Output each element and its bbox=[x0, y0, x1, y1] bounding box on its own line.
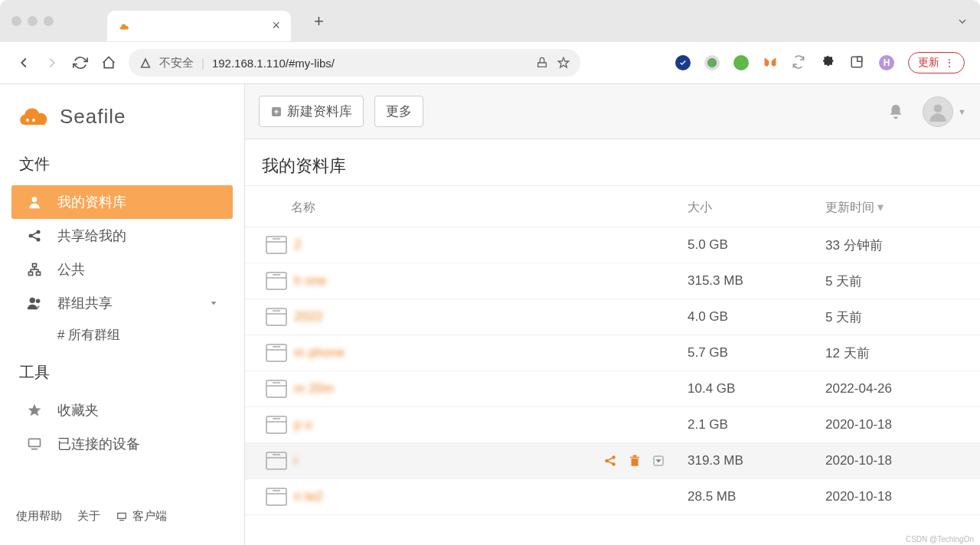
library-name[interactable]: m phone bbox=[294, 345, 688, 361]
library-time: 5 天前 bbox=[825, 272, 963, 290]
sort-desc-icon: ▾ bbox=[877, 201, 884, 214]
home-icon[interactable] bbox=[100, 54, 117, 71]
table-row[interactable]: h one315.3 MB5 天前 bbox=[245, 263, 980, 299]
new-tab-icon[interactable]: + bbox=[314, 11, 324, 31]
svg-rect-24 bbox=[118, 513, 126, 518]
profile-avatar-icon[interactable]: H bbox=[879, 55, 894, 70]
column-name-header[interactable]: 名称 bbox=[291, 200, 688, 216]
library-name[interactable]: i bbox=[294, 453, 603, 468]
library-icon bbox=[262, 451, 291, 471]
reload-icon[interactable] bbox=[72, 54, 89, 71]
library-time: 33 分钟前 bbox=[825, 237, 963, 254]
section-tools-header: 工具 bbox=[19, 362, 225, 383]
library-size: 10.4 GB bbox=[688, 381, 825, 397]
sidebar-item-shared[interactable]: 共享给我的 bbox=[11, 219, 233, 253]
sidebar-item-favorites[interactable]: 收藏夹 bbox=[11, 393, 233, 427]
library-name[interactable]: p o bbox=[294, 417, 688, 432]
table-row[interactable]: i319.3 MB2020-10-18 bbox=[245, 443, 980, 479]
table-row[interactable]: 25.0 GB33 分钟前 bbox=[245, 227, 980, 263]
sidebar-item-label: 已连接的设备 bbox=[57, 435, 140, 453]
column-size-header[interactable]: 大小 bbox=[688, 200, 825, 216]
svg-line-55 bbox=[608, 462, 612, 464]
library-time: 2020-10-18 bbox=[825, 453, 963, 468]
url-text: 192.168.1.110/#my-libs/ bbox=[212, 57, 335, 70]
delete-action-icon[interactable] bbox=[628, 454, 642, 468]
update-button[interactable]: 更新⋮ bbox=[908, 52, 965, 73]
column-time-header[interactable]: 更新时间 ▾ bbox=[825, 200, 963, 216]
library-size: 4.0 GB bbox=[688, 309, 825, 325]
table-row[interactable]: m 20m10.4 GB2022-04-26 bbox=[245, 371, 980, 407]
sync-icon[interactable] bbox=[792, 55, 807, 70]
library-time: 2020-10-18 bbox=[825, 417, 963, 432]
browser-tab[interactable]: × bbox=[107, 11, 291, 41]
share-icon[interactable] bbox=[536, 57, 548, 69]
library-name[interactable]: n te2 bbox=[294, 489, 688, 504]
logo[interactable]: Seafile bbox=[15, 102, 229, 131]
menu-dots-icon: ⋮ bbox=[944, 57, 955, 69]
row-actions bbox=[603, 454, 665, 468]
sidebar-item-devices[interactable]: 已连接的设备 bbox=[11, 427, 233, 461]
back-icon[interactable] bbox=[15, 54, 32, 71]
svg-point-19 bbox=[36, 299, 41, 304]
library-time: 12 天前 bbox=[825, 344, 963, 362]
library-name[interactable]: 2 bbox=[294, 237, 688, 253]
new-library-button[interactable]: 新建资料库 bbox=[259, 96, 364, 127]
sidebar-item-my-libs[interactable]: 我的资料库 bbox=[11, 185, 233, 219]
metamask-icon[interactable] bbox=[763, 55, 778, 70]
forward-icon[interactable] bbox=[44, 54, 60, 71]
svg-marker-20 bbox=[211, 302, 217, 305]
page-title: 我的资料库 bbox=[245, 139, 980, 186]
sidebar-item-group-share[interactable]: 群组共享 bbox=[11, 286, 233, 320]
sidebar-item-public[interactable]: 公共 bbox=[11, 253, 233, 286]
star-solid-icon bbox=[25, 403, 44, 418]
notifications-icon[interactable] bbox=[887, 103, 904, 120]
svg-line-9 bbox=[32, 233, 38, 235]
close-window-dot[interactable] bbox=[11, 16, 21, 26]
close-tab-icon[interactable]: × bbox=[272, 18, 280, 34]
table-row[interactable]: 20224.0 GB5 天前 bbox=[245, 299, 980, 335]
table-row[interactable]: p o2.1 GB2020-10-18 bbox=[245, 407, 980, 443]
more-button[interactable]: 更多 bbox=[374, 96, 423, 127]
about-link[interactable]: 关于 bbox=[77, 509, 100, 524]
extensions-puzzle-icon[interactable] bbox=[821, 55, 836, 70]
svg-line-10 bbox=[32, 237, 38, 239]
svg-rect-22 bbox=[29, 439, 41, 446]
user-avatar[interactable] bbox=[923, 96, 953, 127]
evernote-icon[interactable] bbox=[733, 55, 749, 70]
library-size: 315.3 MB bbox=[688, 273, 825, 289]
table-row[interactable]: n te228.5 MB2020-10-18 bbox=[245, 479, 980, 515]
sidebar-item-label: 群组共享 bbox=[57, 294, 113, 312]
svg-rect-13 bbox=[37, 272, 41, 275]
library-size: 28.5 MB bbox=[688, 489, 825, 504]
more-action-icon[interactable] bbox=[652, 455, 665, 467]
sidebar-item-label: 我的资料库 bbox=[57, 193, 126, 211]
monitor-icon bbox=[25, 436, 44, 452]
svg-rect-11 bbox=[33, 264, 37, 267]
svg-rect-12 bbox=[29, 272, 33, 275]
extension-icon-1[interactable] bbox=[675, 55, 691, 70]
library-name[interactable]: 2022 bbox=[294, 309, 688, 325]
address-bar[interactable]: 不安全 | 192.168.1.110/#my-libs/ bbox=[129, 49, 580, 77]
sub-all-groups[interactable]: # 所有群组 bbox=[11, 320, 233, 350]
client-link[interactable]: 客户端 bbox=[116, 509, 167, 524]
star-icon[interactable] bbox=[557, 57, 570, 69]
library-table: 名称 大小 更新时间 ▾ 25.0 GB33 分钟前h one315.3 MB5… bbox=[245, 186, 980, 545]
table-row[interactable]: m phone5.7 GB12 天前 bbox=[245, 335, 980, 371]
library-icon bbox=[262, 271, 291, 291]
svg-point-29 bbox=[934, 104, 942, 113]
tabs-dropdown-icon[interactable] bbox=[956, 15, 969, 28]
extension-box-icon[interactable] bbox=[850, 55, 865, 70]
avatar-dropdown-icon[interactable]: ▼ bbox=[958, 107, 966, 116]
share-action-icon[interactable] bbox=[603, 454, 617, 468]
extension-icon-2[interactable] bbox=[704, 55, 720, 70]
library-name[interactable]: h one bbox=[294, 273, 688, 289]
minimize-window-dot[interactable] bbox=[28, 16, 38, 26]
help-link[interactable]: 使用帮助 bbox=[16, 509, 62, 524]
svg-rect-56 bbox=[632, 459, 639, 466]
maximize-window-dot[interactable] bbox=[44, 16, 54, 26]
svg-point-18 bbox=[30, 298, 35, 303]
address-separator: | bbox=[201, 57, 204, 70]
library-name[interactable]: m 20m bbox=[294, 381, 688, 397]
main-area: 新建资料库 更多 ▼ 我的资料库 名称 大小 更新时间 ▾ 25.0 GB33 … bbox=[245, 84, 980, 545]
browser-tab-strip: × + bbox=[0, 0, 980, 42]
